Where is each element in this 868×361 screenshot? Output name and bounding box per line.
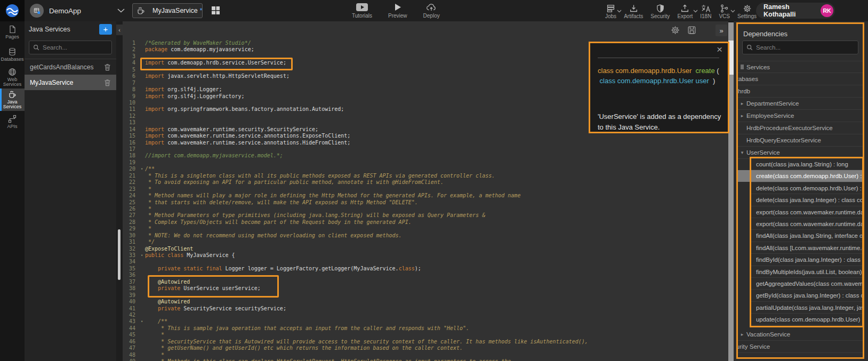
line-number: 46	[123, 339, 141, 345]
user-menu[interactable]: Ramesh Kothapalli RK	[756, 3, 835, 19]
tool-label: Export	[677, 13, 693, 19]
editor-left-scrollbar[interactable]: ‹	[116, 21, 123, 361]
method-item[interactable]: count(class java.lang.String) : long	[751, 158, 862, 170]
dependencies-search[interactable]	[742, 41, 858, 54]
code-text: private SecurityService securityService;	[145, 306, 286, 312]
tool-vcs[interactable]: VCS	[715, 0, 734, 19]
chevron-down-icon	[117, 9, 125, 13]
code-text: import org.slf4j.Logger;	[145, 86, 222, 93]
signature-line: class com.demoapp.hrdb.User create (	[598, 66, 719, 76]
close-icon[interactable]: ×	[717, 44, 722, 54]
delete-service-icon[interactable]	[104, 63, 111, 71]
code-line: 25 * that starts with delete/remove, wil…	[123, 199, 728, 206]
method-item[interactable]: delete(class com.demoapp.hrdb.User) : vo…	[751, 182, 862, 194]
fold-marker-icon[interactable]: ▾	[141, 166, 145, 172]
tree-item[interactable]: Databases	[736, 73, 863, 85]
workspace-grid-icon[interactable]	[211, 6, 221, 15]
fold-spacer	[141, 266, 145, 272]
method-item[interactable]: findAll(class [Lcom.wavemaker.runtime.da…	[751, 242, 862, 254]
service-name: MyJavaService	[30, 79, 104, 86]
method-item[interactable]: getById(class java.lang.Integer) : class…	[751, 290, 862, 301]
tree-item[interactable]: hrdb	[736, 85, 863, 98]
code-text: *	[145, 352, 164, 358]
line-number: 26	[123, 206, 141, 212]
tool-security[interactable]: Security	[647, 0, 673, 19]
rail-item-java-services[interactable]: Java Services	[0, 89, 25, 111]
code-line: 19	[123, 159, 728, 166]
open-file-tab[interactable]: MyJavaService *	[132, 3, 203, 18]
service-list-item[interactable]: MyJavaService	[25, 75, 116, 90]
chevron-expanded-icon[interactable]: ▾	[738, 150, 746, 155]
tool-export[interactable]: Export	[673, 0, 696, 19]
rail-item-databases[interactable]: Databases	[0, 44, 25, 66]
delete-service-icon[interactable]	[104, 79, 111, 86]
panel-collapse-right-button[interactable]: »	[716, 25, 727, 36]
code-text: /*Generated by WaveMaker Studio*/	[145, 40, 251, 46]
code-line: 17	[123, 146, 728, 153]
popup-message: 'UserService' is added as a dependency t…	[598, 111, 724, 133]
studio-logo[interactable]	[0, 0, 25, 21]
code-text: * getUserName() and getUserId() etc whic…	[145, 345, 463, 351]
left-navigation-rail: PagesDatabasesWeb ServicesJava ServicesA…	[0, 21, 25, 361]
fold-marker-icon[interactable]: ▾	[141, 252, 145, 259]
add-service-button[interactable]: +	[99, 24, 112, 35]
tree-item[interactable]: ▸DepartmentService	[738, 98, 863, 110]
method-item[interactable]: delete(class java.lang.Integer) : class …	[751, 194, 862, 206]
fold-spacer	[141, 60, 145, 66]
service-list-item[interactable]: getCardsAndBalances	[25, 59, 116, 75]
rail-item-pages[interactable]: Pages	[0, 21, 25, 44]
method-item[interactable]: partialUpdate(class java.lang.Integer, j…	[751, 302, 862, 314]
tool-jobs[interactable]: Jobs	[601, 0, 620, 19]
chevron-collapsed-icon[interactable]: ▸	[738, 113, 746, 118]
rail-item-apis[interactable]: APIs	[0, 111, 25, 133]
panel-collapse-left-button[interactable]: ‹	[116, 25, 123, 35]
line-number: 23	[123, 186, 141, 192]
code-line: 41 private SecurityService securityServi…	[123, 306, 728, 312]
service-search[interactable]	[29, 41, 112, 54]
chevron-collapsed-icon[interactable]: ▸	[738, 101, 746, 106]
tree-item[interactable]: HrdbProcedureExecutorService	[738, 122, 863, 134]
chevron-collapsed-icon[interactable]: ▸	[738, 332, 746, 337]
tree-item[interactable]: HrdbQueryExecutorService	[738, 134, 863, 147]
tool-artifacts[interactable]: Artifacts	[620, 0, 647, 19]
user-name: Ramesh Kothapalli	[763, 3, 821, 18]
method-item[interactable]: export(class com.wavemaker.runtime.data.…	[751, 218, 862, 230]
pages-icon	[8, 25, 17, 34]
search-input[interactable]	[43, 44, 108, 51]
tutorials-icon	[356, 3, 368, 12]
rail-item-web-services[interactable]: Web Services	[0, 66, 25, 89]
fold-spacer	[141, 358, 145, 361]
tree-item[interactable]: Security Service	[736, 341, 863, 353]
search-input[interactable]	[756, 44, 854, 51]
tool-tutorials[interactable]: Tutorials	[352, 0, 372, 21]
method-item[interactable]: export(class com.wavemaker.runtime.data.…	[751, 206, 862, 218]
tool-deploy[interactable]: Deploy	[423, 0, 440, 21]
method-item[interactable]: update(class com.demoapp.hrdb.User) : cl…	[751, 314, 862, 325]
tool-preview[interactable]: Preview	[388, 0, 407, 21]
tree-item[interactable]: Services	[738, 61, 863, 73]
code-text: /**	[145, 166, 155, 172]
method-item[interactable]: getAggregatedValues(class com.wavemaker.…	[751, 278, 862, 290]
save-icon[interactable]	[687, 26, 696, 35]
method-item[interactable]: create(class com.demoapp.hrdb.User) : cl…	[751, 170, 862, 182]
scrollbar-thumb[interactable]	[118, 229, 120, 280]
service-list: getCardsAndBalancesMyJavaService	[25, 59, 116, 90]
code-line: 45 *	[123, 332, 728, 338]
code-text: *	[145, 186, 151, 192]
method-item[interactable]: findByMultipleIds(java.util.List, boolea…	[751, 266, 862, 278]
code-text: *	[145, 332, 164, 338]
code-text: * that starts with delete/remove, will m…	[145, 199, 418, 206]
fold-spacer	[141, 119, 145, 126]
project-switcher[interactable]: DemoApp	[30, 0, 125, 21]
method-item[interactable]: findById(class java.lang.Integer) : clas…	[751, 254, 862, 266]
editor-settings-gear-icon[interactable]	[671, 26, 680, 35]
tree-item[interactable]: ▸EmployeeService	[738, 110, 863, 122]
apis-icon	[8, 115, 17, 123]
fold-marker-icon[interactable]: ▾	[141, 318, 145, 325]
signature-line: class com.demoapp.hrdb.User user )	[598, 76, 719, 86]
method-item[interactable]: findAll(class java.lang.String, interfac…	[751, 230, 862, 242]
fold-spacer	[141, 299, 145, 305]
tree-item[interactable]: ▸VacationService	[738, 328, 863, 341]
code-text: * Method names will play a major role in…	[145, 192, 520, 199]
tool-i18n[interactable]: I18N	[696, 0, 715, 19]
